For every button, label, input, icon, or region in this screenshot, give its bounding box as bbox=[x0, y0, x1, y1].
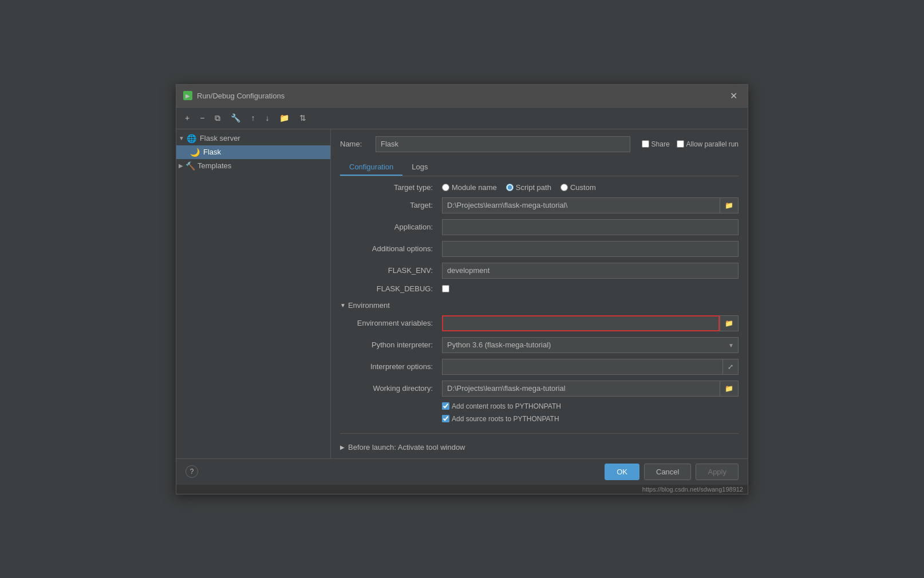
additional-options-row: Additional options: bbox=[340, 241, 739, 257]
application-input[interactable] bbox=[442, 219, 739, 235]
interpreter-options-row: Interpreter options: ⤢ bbox=[340, 359, 739, 375]
add-source-roots-checkbox[interactable] bbox=[442, 415, 449, 422]
toolbar: + − ⧉ 🔧 ↑ ↓ 📁 ⇅ bbox=[176, 108, 748, 129]
flask-env-input[interactable] bbox=[442, 263, 739, 279]
allow-parallel-checkbox[interactable] bbox=[677, 140, 684, 148]
module-name-radio-label[interactable]: Module name bbox=[442, 183, 497, 192]
flask-icon: 🌙 bbox=[190, 148, 200, 157]
custom-option: Custom bbox=[570, 183, 596, 192]
additional-options-input[interactable] bbox=[442, 241, 739, 257]
target-input[interactable] bbox=[442, 197, 720, 213]
flask-debug-checkbox[interactable] bbox=[442, 285, 449, 292]
flask-debug-row: FLASK_DEBUG: bbox=[340, 284, 739, 293]
move-up-button[interactable]: ↑ bbox=[247, 111, 259, 125]
interpreter-options-expand-button[interactable]: ⤢ bbox=[722, 359, 739, 375]
env-variables-input-group: 📁 bbox=[442, 315, 739, 331]
working-directory-input[interactable] bbox=[442, 381, 720, 397]
apply-button[interactable]: Apply bbox=[696, 464, 739, 480]
working-directory-group: 📁 bbox=[442, 381, 739, 397]
python-interpreter-select[interactable]: Python 3.6 (flask-mega-tutorial) bbox=[442, 337, 739, 353]
environment-section-header[interactable]: ▼ Environment bbox=[340, 301, 739, 310]
bottom-bar: ? OK Cancel Apply bbox=[176, 458, 748, 485]
env-variables-label: Environment variables: bbox=[340, 319, 437, 327]
target-type-label: Target type: bbox=[340, 183, 437, 192]
script-path-option: Script path bbox=[516, 183, 551, 192]
add-content-roots-row: Add content roots to PYTHONPATH bbox=[340, 402, 739, 410]
script-path-radio[interactable] bbox=[506, 184, 514, 191]
sidebar-item-templates[interactable]: ▶ 🔨 Templates bbox=[176, 159, 330, 173]
before-launch-label: Before launch: Activate tool window bbox=[348, 443, 465, 452]
module-name-option: Module name bbox=[452, 183, 497, 192]
flask-env-row: FLASK_ENV: bbox=[340, 263, 739, 279]
target-type-row: Target type: Module name Script path Cus… bbox=[340, 183, 739, 192]
separator bbox=[340, 433, 739, 434]
sidebar-item-flask-server[interactable]: ▼ 🌐 Flask server bbox=[176, 132, 330, 145]
python-interpreter-select-wrapper: Python 3.6 (flask-mega-tutorial) ▼ bbox=[442, 337, 739, 353]
interpreter-options-input[interactable] bbox=[442, 359, 722, 375]
add-source-roots-row: Add source roots to PYTHONPATH bbox=[340, 415, 739, 423]
allow-parallel-checkbox-label[interactable]: Allow parallel run bbox=[677, 140, 739, 148]
templates-label: Templates bbox=[198, 161, 231, 170]
environment-arrow: ▼ bbox=[340, 302, 346, 308]
working-directory-label: Working directory: bbox=[340, 384, 437, 393]
target-label: Target: bbox=[340, 201, 437, 209]
run-debug-dialog: ▶ Run/Debug Configurations ✕ + − ⧉ 🔧 ↑ ↓… bbox=[176, 84, 748, 494]
templates-icon: 🔨 bbox=[185, 161, 195, 171]
folder-button[interactable]: 📁 bbox=[275, 111, 293, 125]
remove-config-button[interactable]: − bbox=[196, 111, 208, 125]
name-row: Name: Share Allow parallel run bbox=[340, 136, 739, 152]
before-launch-section[interactable]: ▶ Before launch: Activate tool window bbox=[340, 443, 739, 452]
flask-server-label: Flask server bbox=[200, 134, 240, 142]
module-name-radio[interactable] bbox=[442, 184, 449, 191]
env-variables-input[interactable] bbox=[442, 315, 720, 331]
bottom-right: OK Cancel Apply bbox=[605, 464, 739, 480]
tab-configuration[interactable]: Configuration bbox=[340, 159, 402, 176]
add-source-roots-text: Add source roots to PYTHONPATH bbox=[452, 415, 559, 423]
target-row: Target: 📁 bbox=[340, 197, 739, 213]
name-input[interactable] bbox=[376, 136, 630, 152]
tabs: Configuration Logs bbox=[340, 159, 739, 176]
interpreter-options-group: ⤢ bbox=[442, 359, 739, 375]
target-type-radio-group: Module name Script path Custom bbox=[442, 183, 739, 192]
working-directory-browse-button[interactable]: 📁 bbox=[720, 381, 739, 397]
flask-debug-label: FLASK_DEBUG: bbox=[340, 284, 437, 293]
app-icon: ▶ bbox=[183, 91, 192, 100]
script-path-radio-label[interactable]: Script path bbox=[506, 183, 551, 192]
ok-button[interactable]: OK bbox=[605, 464, 639, 480]
env-variables-browse-button[interactable]: 📁 bbox=[720, 315, 739, 331]
move-down-button[interactable]: ↓ bbox=[261, 111, 273, 125]
name-label: Name: bbox=[340, 140, 369, 148]
add-content-roots-checkbox[interactable] bbox=[442, 402, 449, 410]
python-interpreter-label: Python interpreter: bbox=[340, 341, 437, 349]
add-config-button[interactable]: + bbox=[181, 111, 194, 125]
custom-radio-label[interactable]: Custom bbox=[560, 183, 596, 192]
target-input-group: 📁 bbox=[442, 197, 739, 213]
python-interpreter-row: Python interpreter: Python 3.6 (flask-me… bbox=[340, 337, 739, 353]
settings-button[interactable]: 🔧 bbox=[227, 111, 244, 125]
add-content-roots-label[interactable]: Add content roots to PYTHONPATH bbox=[442, 402, 561, 410]
add-source-roots-label[interactable]: Add source roots to PYTHONPATH bbox=[442, 415, 559, 423]
sidebar-item-flask[interactable]: 🌙 Flask bbox=[176, 145, 330, 159]
application-row: Application: bbox=[340, 219, 739, 235]
tab-logs[interactable]: Logs bbox=[402, 159, 437, 176]
close-button[interactable]: ✕ bbox=[726, 89, 741, 102]
environment-label: Environment bbox=[348, 301, 390, 310]
allow-parallel-label: Allow parallel run bbox=[686, 140, 739, 148]
working-directory-row: Working directory: 📁 bbox=[340, 381, 739, 397]
flask-label: Flask bbox=[203, 148, 221, 156]
flask-server-icon: 🌐 bbox=[187, 134, 196, 143]
share-label: Share bbox=[651, 140, 670, 148]
bottom-left: ? bbox=[185, 465, 198, 478]
add-content-roots-text: Add content roots to PYTHONPATH bbox=[452, 402, 561, 410]
interpreter-options-label: Interpreter options: bbox=[340, 362, 437, 371]
help-button[interactable]: ? bbox=[185, 465, 198, 478]
before-launch-arrow: ▶ bbox=[340, 444, 345, 450]
custom-radio[interactable] bbox=[560, 184, 568, 191]
share-checkbox[interactable] bbox=[642, 140, 649, 148]
cancel-button[interactable]: Cancel bbox=[644, 464, 691, 480]
watermark: https://blog.csdn.net/sdwang198912 bbox=[176, 485, 748, 494]
copy-config-button[interactable]: ⧉ bbox=[211, 111, 224, 125]
sort-button[interactable]: ⇅ bbox=[295, 111, 310, 125]
share-checkbox-label[interactable]: Share bbox=[642, 140, 670, 148]
target-browse-button[interactable]: 📁 bbox=[720, 197, 739, 213]
